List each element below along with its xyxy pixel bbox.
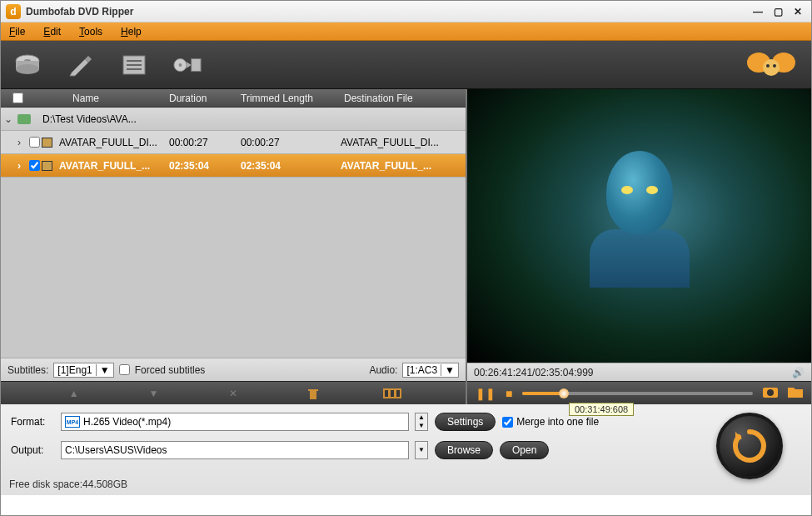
row-duration: 00:00:27 — [169, 137, 241, 148]
expand-icon[interactable]: ⌄ — [4, 113, 16, 125]
menu-edit[interactable]: Edit — [43, 26, 61, 38]
snapshot-button[interactable] — [763, 386, 778, 400]
merge-label: Merge into one file — [516, 416, 599, 428]
menu-file[interactable]: File — [9, 26, 25, 38]
row-dest: AVATAR_FUULL_... — [341, 160, 466, 172]
maximize-button[interactable]: ▢ — [770, 5, 786, 18]
start-rip-button[interactable] — [716, 413, 783, 479]
subtitle-audio-bar: Subtitles: [1]Eng1▼ Forced subtitles Aud… — [1, 358, 466, 381]
pause-button[interactable]: ❚❚ — [476, 387, 496, 400]
svg-point-3 — [16, 64, 39, 74]
svg-rect-10 — [192, 58, 201, 71]
title-bar: d Dumbofab DVD Ripper — ▢ ✕ — [1, 1, 811, 23]
col-trimmed[interactable]: Trimmed Length — [241, 93, 341, 104]
time-display-bar: 00:26:41:241/02:35:04:999 🔊 — [467, 363, 811, 381]
svg-rect-17 — [385, 390, 388, 397]
seek-thumb[interactable] — [559, 388, 569, 398]
svg-rect-18 — [391, 390, 394, 397]
minimize-button[interactable]: — — [750, 5, 766, 18]
bottom-panel: 00:31:49:608 Format: MP4 H.265 Video(*.m… — [1, 404, 811, 495]
convert-button[interactable] — [172, 50, 202, 80]
seek-tooltip: 00:31:49:608 — [569, 403, 634, 416]
free-space-label: Free disk space:44.508GB — [9, 478, 127, 490]
output-dropdown-button[interactable]: ▼ — [415, 441, 428, 459]
menu-help[interactable]: Help — [121, 26, 142, 38]
file-list-pane: Name Duration Trimmed Length Destination… — [1, 89, 467, 404]
list-actions-bar: ▲ ▼ ✕ — [1, 381, 466, 404]
svg-point-15 — [773, 64, 776, 68]
expand-icon[interactable]: › — [17, 137, 27, 148]
svg-point-14 — [766, 64, 770, 68]
edit-button[interactable] — [66, 50, 96, 80]
move-down-button[interactable]: ▼ — [141, 385, 166, 402]
brand-logo-icon — [746, 46, 796, 84]
svg-rect-19 — [396, 390, 400, 397]
forced-subtitles-checkbox[interactable] — [119, 364, 130, 375]
svg-point-13 — [763, 59, 780, 76]
subtitles-dropdown[interactable]: [1]Eng1▼ — [53, 363, 113, 378]
forced-subtitles-label: Forced subtitles — [135, 364, 206, 376]
output-label: Output: — [11, 444, 54, 456]
menu-tools[interactable]: Tools — [79, 26, 102, 38]
table-row[interactable]: › AVATAR_FUULL_... 02:35:04 02:35:04 AVA… — [1, 154, 466, 178]
merge-checkbox[interactable] — [502, 417, 513, 428]
folder-button[interactable] — [788, 386, 803, 400]
row-duration: 02:35:04 — [169, 160, 241, 172]
stop-button[interactable]: ■ — [506, 387, 512, 400]
load-disc-button[interactable] — [12, 50, 42, 80]
col-name[interactable]: Name — [34, 93, 169, 104]
clear-button[interactable] — [301, 385, 326, 402]
audio-dropdown[interactable]: [1:AC3▼ — [402, 363, 459, 378]
table-row[interactable]: › AVATAR_FUULL_DI... 00:00:27 00:00:27 A… — [1, 131, 466, 154]
row-checkbox[interactable] — [29, 160, 40, 171]
row-name: D:\Test Videos\AVA... — [42, 113, 137, 125]
dvd-icon — [17, 114, 31, 124]
settings-button[interactable]: Settings — [435, 413, 496, 431]
seek-slider[interactable] — [522, 392, 753, 395]
video-preview[interactable] — [467, 89, 811, 363]
row-trimmed: 00:00:27 — [241, 137, 341, 148]
app-logo-icon: d — [6, 4, 21, 19]
volume-icon[interactable]: 🔊 — [792, 367, 805, 378]
table-header: Name Duration Trimmed Length Destination… — [1, 89, 466, 108]
film-icon — [42, 138, 52, 148]
browse-button[interactable]: Browse — [435, 441, 493, 459]
window-title: Dumbofab DVD Ripper — [26, 6, 746, 18]
list-button[interactable] — [119, 50, 149, 80]
subtitles-label: Subtitles: — [7, 364, 48, 376]
move-up-button[interactable]: ▲ — [62, 385, 87, 402]
current-time: 00:26:41:241 — [474, 367, 532, 378]
format-input[interactable]: MP4 H.265 Video(*.mp4) — [61, 413, 409, 431]
toolbar — [1, 41, 811, 89]
row-checkbox[interactable] — [29, 137, 40, 148]
row-trimmed: 02:35:04 — [241, 160, 341, 172]
row-dest: AVATAR_FUULL_DI... — [341, 137, 466, 148]
expand-icon[interactable]: › — [17, 160, 27, 172]
crop-button[interactable] — [380, 385, 405, 402]
col-duration[interactable]: Duration — [169, 93, 241, 104]
col-destination[interactable]: Destination File — [341, 93, 466, 104]
open-button[interactable]: Open — [500, 441, 549, 459]
film-icon — [42, 161, 52, 171]
preview-pane: 00:26:41:241/02:35:04:999 🔊 ❚❚ ■ — [467, 89, 811, 404]
audio-label: Audio: — [369, 364, 397, 376]
chevron-down-icon: ▼ — [96, 364, 110, 376]
row-name: AVATAR_FUULL_DI... — [59, 137, 157, 148]
format-stepper[interactable]: ▲▼ — [415, 413, 428, 431]
playback-bar: ❚❚ ■ — [467, 381, 811, 404]
output-input[interactable]: C:\Users\ASUS\Videos — [61, 441, 409, 459]
close-button[interactable]: ✕ — [790, 5, 806, 18]
total-time: 02:35:04:999 — [535, 367, 593, 378]
format-label: Format: — [11, 416, 54, 428]
select-all-checkbox[interactable] — [12, 93, 23, 103]
svg-point-21 — [767, 389, 774, 396]
table-body: ⌄ D:\Test Videos\AVA... › AVATAR_FUULL_D… — [1, 108, 466, 358]
svg-point-9 — [179, 63, 182, 67]
format-icon: MP4 — [65, 416, 80, 428]
menu-bar: File Edit Tools Help — [1, 23, 811, 41]
table-row[interactable]: ⌄ D:\Test Videos\AVA... — [1, 108, 466, 131]
chevron-down-icon: ▼ — [441, 364, 455, 376]
remove-button[interactable]: ✕ — [221, 385, 246, 402]
row-name: AVATAR_FUULL_... — [59, 160, 150, 172]
